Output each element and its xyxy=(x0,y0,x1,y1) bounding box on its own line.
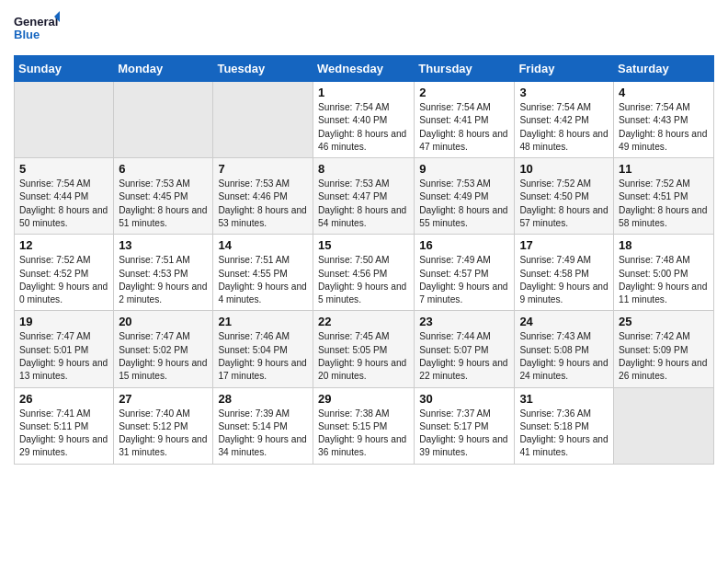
day-number: 13 xyxy=(119,238,208,252)
day-number: 12 xyxy=(19,238,108,252)
day-info: Sunrise: 7:54 AM Sunset: 4:42 PM Dayligh… xyxy=(519,101,609,154)
calendar-cell: 28Sunrise: 7:39 AM Sunset: 5:14 PM Dayli… xyxy=(213,387,313,464)
calendar-cell: 9Sunrise: 7:53 AM Sunset: 4:49 PM Daylig… xyxy=(415,158,515,235)
day-info: Sunrise: 7:53 AM Sunset: 4:47 PM Dayligh… xyxy=(318,178,409,230)
day-info: Sunrise: 7:44 AM Sunset: 5:07 PM Dayligh… xyxy=(419,330,509,383)
calendar-cell: 26Sunrise: 7:41 AM Sunset: 5:11 PM Dayli… xyxy=(15,387,114,464)
day-info: Sunrise: 7:54 AM Sunset: 4:43 PM Dayligh… xyxy=(619,101,709,154)
day-info: Sunrise: 7:49 AM Sunset: 4:58 PM Dayligh… xyxy=(519,254,609,306)
day-number: 28 xyxy=(218,392,308,406)
day-number: 14 xyxy=(218,238,308,252)
calendar-cell: 10Sunrise: 7:52 AM Sunset: 4:50 PM Dayli… xyxy=(515,158,614,235)
calendar-cell: 12Sunrise: 7:52 AM Sunset: 4:52 PM Dayli… xyxy=(15,235,114,311)
day-number: 4 xyxy=(619,86,709,99)
day-number: 21 xyxy=(218,315,308,328)
day-info: Sunrise: 7:52 AM Sunset: 4:51 PM Dayligh… xyxy=(619,178,709,230)
calendar-table: SundayMondayTuesdayWednesdayThursdayFrid… xyxy=(14,55,714,465)
calendar-week-row: 5Sunrise: 7:54 AM Sunset: 4:44 PM Daylig… xyxy=(15,158,714,235)
calendar-cell: 27Sunrise: 7:40 AM Sunset: 5:12 PM Dayli… xyxy=(114,387,213,464)
day-info: Sunrise: 7:40 AM Sunset: 5:12 PM Dayligh… xyxy=(119,408,208,460)
calendar-cell: 3Sunrise: 7:54 AM Sunset: 4:42 PM Daylig… xyxy=(515,82,614,158)
day-info: Sunrise: 7:53 AM Sunset: 4:46 PM Dayligh… xyxy=(218,178,308,230)
calendar-cell: 23Sunrise: 7:44 AM Sunset: 5:07 PM Dayli… xyxy=(415,311,515,387)
day-info: Sunrise: 7:47 AM Sunset: 5:02 PM Dayligh… xyxy=(119,330,208,383)
calendar-cell xyxy=(614,387,714,464)
day-info: Sunrise: 7:43 AM Sunset: 5:08 PM Dayligh… xyxy=(519,330,609,383)
day-number: 1 xyxy=(318,86,409,99)
day-info: Sunrise: 7:41 AM Sunset: 5:11 PM Dayligh… xyxy=(19,408,108,460)
calendar-cell: 30Sunrise: 7:37 AM Sunset: 5:17 PM Dayli… xyxy=(415,387,515,464)
day-number: 10 xyxy=(519,162,609,176)
day-number: 3 xyxy=(519,86,609,99)
day-info: Sunrise: 7:50 AM Sunset: 4:56 PM Dayligh… xyxy=(318,254,409,306)
calendar-cell: 7Sunrise: 7:53 AM Sunset: 4:46 PM Daylig… xyxy=(213,158,313,235)
calendar-week-row: 12Sunrise: 7:52 AM Sunset: 4:52 PM Dayli… xyxy=(15,235,714,311)
day-number: 29 xyxy=(318,392,409,406)
calendar-cell: 22Sunrise: 7:45 AM Sunset: 5:05 PM Dayli… xyxy=(313,311,415,387)
day-info: Sunrise: 7:54 AM Sunset: 4:40 PM Dayligh… xyxy=(318,101,409,154)
calendar-cell xyxy=(213,82,313,158)
calendar-header-sunday: Sunday xyxy=(15,56,114,82)
calendar-header-row: SundayMondayTuesdayWednesdayThursdayFrid… xyxy=(15,56,714,82)
day-info: Sunrise: 7:39 AM Sunset: 5:14 PM Dayligh… xyxy=(218,408,308,460)
day-info: Sunrise: 7:52 AM Sunset: 4:50 PM Dayligh… xyxy=(519,178,609,230)
svg-text:Blue: Blue xyxy=(14,28,40,41)
day-info: Sunrise: 7:42 AM Sunset: 5:09 PM Dayligh… xyxy=(619,330,709,383)
day-info: Sunrise: 7:51 AM Sunset: 4:53 PM Dayligh… xyxy=(119,254,208,306)
day-number: 15 xyxy=(318,238,409,252)
day-info: Sunrise: 7:36 AM Sunset: 5:18 PM Dayligh… xyxy=(519,408,609,460)
page-container: General Blue SundayMondayTuesdayWednesda… xyxy=(0,0,728,478)
calendar-week-row: 1Sunrise: 7:54 AM Sunset: 4:40 PM Daylig… xyxy=(15,82,714,158)
day-number: 8 xyxy=(318,162,409,176)
day-number: 30 xyxy=(419,392,509,406)
day-info: Sunrise: 7:54 AM Sunset: 4:41 PM Dayligh… xyxy=(419,101,509,154)
day-info: Sunrise: 7:54 AM Sunset: 4:44 PM Dayligh… xyxy=(19,178,108,230)
calendar-cell: 31Sunrise: 7:36 AM Sunset: 5:18 PM Dayli… xyxy=(515,387,614,464)
calendar-cell: 4Sunrise: 7:54 AM Sunset: 4:43 PM Daylig… xyxy=(614,82,714,158)
day-number: 24 xyxy=(519,315,609,328)
header: General Blue xyxy=(14,9,714,48)
calendar-header-wednesday: Wednesday xyxy=(313,56,415,82)
day-number: 2 xyxy=(419,86,509,99)
calendar-header-thursday: Thursday xyxy=(415,56,515,82)
calendar-header-tuesday: Tuesday xyxy=(213,56,313,82)
day-info: Sunrise: 7:51 AM Sunset: 4:55 PM Dayligh… xyxy=(218,254,308,306)
day-number: 11 xyxy=(619,162,709,176)
calendar-week-row: 26Sunrise: 7:41 AM Sunset: 5:11 PM Dayli… xyxy=(15,387,714,464)
day-number: 9 xyxy=(419,162,509,176)
calendar-cell: 6Sunrise: 7:53 AM Sunset: 4:45 PM Daylig… xyxy=(114,158,213,235)
day-number: 27 xyxy=(119,392,208,406)
day-number: 23 xyxy=(419,315,509,328)
day-info: Sunrise: 7:45 AM Sunset: 5:05 PM Dayligh… xyxy=(318,330,409,383)
svg-text:General: General xyxy=(14,15,58,29)
day-number: 5 xyxy=(19,162,108,176)
calendar-cell xyxy=(15,82,114,158)
calendar-header-friday: Friday xyxy=(515,56,614,82)
day-number: 19 xyxy=(19,315,108,328)
calendar-cell xyxy=(114,82,213,158)
day-number: 17 xyxy=(519,238,609,252)
day-info: Sunrise: 7:38 AM Sunset: 5:15 PM Dayligh… xyxy=(318,408,409,460)
day-info: Sunrise: 7:53 AM Sunset: 4:49 PM Dayligh… xyxy=(419,178,509,230)
calendar-cell: 16Sunrise: 7:49 AM Sunset: 4:57 PM Dayli… xyxy=(415,235,515,311)
calendar-cell: 14Sunrise: 7:51 AM Sunset: 4:55 PM Dayli… xyxy=(213,235,313,311)
calendar-cell: 19Sunrise: 7:47 AM Sunset: 5:01 PM Dayli… xyxy=(15,311,114,387)
calendar-cell: 8Sunrise: 7:53 AM Sunset: 4:47 PM Daylig… xyxy=(313,158,415,235)
calendar-cell: 17Sunrise: 7:49 AM Sunset: 4:58 PM Dayli… xyxy=(515,235,614,311)
calendar-cell: 25Sunrise: 7:42 AM Sunset: 5:09 PM Dayli… xyxy=(614,311,714,387)
day-number: 25 xyxy=(619,315,709,328)
day-info: Sunrise: 7:53 AM Sunset: 4:45 PM Dayligh… xyxy=(119,178,208,230)
calendar-cell: 20Sunrise: 7:47 AM Sunset: 5:02 PM Dayli… xyxy=(114,311,213,387)
day-info: Sunrise: 7:52 AM Sunset: 4:52 PM Dayligh… xyxy=(19,254,108,306)
calendar-cell: 29Sunrise: 7:38 AM Sunset: 5:15 PM Dayli… xyxy=(313,387,415,464)
day-number: 7 xyxy=(218,162,308,176)
day-info: Sunrise: 7:47 AM Sunset: 5:01 PM Dayligh… xyxy=(19,330,108,383)
calendar-cell: 21Sunrise: 7:46 AM Sunset: 5:04 PM Dayli… xyxy=(213,311,313,387)
day-info: Sunrise: 7:37 AM Sunset: 5:17 PM Dayligh… xyxy=(419,408,509,460)
day-number: 26 xyxy=(19,392,108,406)
day-info: Sunrise: 7:48 AM Sunset: 5:00 PM Dayligh… xyxy=(619,254,709,306)
day-number: 22 xyxy=(318,315,409,328)
calendar-header-monday: Monday xyxy=(114,56,213,82)
calendar-cell: 13Sunrise: 7:51 AM Sunset: 4:53 PM Dayli… xyxy=(114,235,213,311)
day-info: Sunrise: 7:49 AM Sunset: 4:57 PM Dayligh… xyxy=(419,254,509,306)
